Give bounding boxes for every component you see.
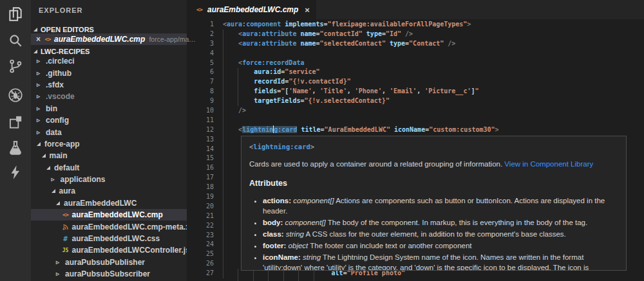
collapsed-twistie-icon[interactable]: ▹	[37, 105, 42, 112]
expanded-twistie-icon[interactable]	[46, 166, 50, 170]
attribute-doc-body: body: component[] The body of the compon…	[263, 217, 618, 228]
file-item-auraembeddedlwc-cmp-meta-xml[interactable]: auraEmbeddedLWC.cmp-meta.xml	[31, 221, 187, 232]
tree-item-label: auraEmbeddedLWC.css	[72, 234, 160, 243]
line-number: 19	[187, 192, 214, 202]
collapsed-twistie-icon[interactable]: ▹	[37, 117, 42, 123]
code-line-1[interactable]: 1<aura:component implements="flexipage:a…	[187, 20, 644, 30]
tree-item-label: applications	[61, 175, 106, 184]
tree-item-label: .circleci	[46, 57, 75, 66]
editor-group: <> auraEmbeddedLWC.cmp × 1<aura:componen…	[187, 0, 644, 281]
section-expanded-twistie-icon	[33, 28, 37, 32]
folder-item-data[interactable]: ▹data	[31, 126, 187, 138]
expanded-twistie-icon[interactable]	[42, 154, 46, 158]
folder-item-config[interactable]: ▹config	[31, 114, 187, 126]
line-text	[214, 49, 223, 59]
lightning-icon[interactable]	[7, 164, 24, 181]
folder-item--sfdx[interactable]: ▹.sfdx	[31, 79, 187, 91]
extensions-icon[interactable]	[7, 114, 24, 131]
folder-item-auraembeddedlwc[interactable]: auraEmbeddedLWC	[31, 197, 187, 209]
debug-icon[interactable]	[7, 87, 24, 104]
line-number: 16	[187, 163, 214, 173]
code-line-5[interactable]: 5 <force:recordData	[187, 59, 644, 68]
line-text	[214, 154, 223, 163]
tree-item-label: config	[46, 116, 69, 125]
line-text: fields="['Name', 'Title', 'Phone', 'Emai…	[214, 87, 478, 96]
file-item-auraembeddedlwc-cmp[interactable]: <>auraEmbeddedLWC.cmp	[31, 209, 187, 221]
line-text	[214, 249, 223, 259]
collapsed-twistie-icon[interactable]: ▹	[52, 176, 57, 183]
tab-close-icon[interactable]: ×	[305, 5, 310, 15]
code-line-10[interactable]: 10 />	[187, 106, 644, 116]
line-text	[214, 202, 223, 212]
open-editor-filename: auraEmbeddedLWC.cmp	[54, 35, 145, 44]
indent-guide	[253, 269, 254, 281]
tree-item-label: data	[46, 128, 62, 137]
tree-item-label: force-app	[44, 140, 80, 149]
tab-auraEmbeddedLWC-cmp[interactable]: <> auraEmbeddedLWC.cmp ×	[187, 0, 316, 19]
line-number: 22	[187, 221, 214, 231]
code-line-4[interactable]: 4	[187, 49, 644, 59]
code-line-7[interactable]: 7 recordId="{!v.contactId}"	[187, 77, 644, 87]
line-number: 27	[187, 269, 214, 278]
folder-item--github[interactable]: ▹.github	[31, 67, 187, 78]
code-line-2[interactable]: 2 <aura:attribute name="contactId" type=…	[187, 30, 644, 39]
collapsed-twistie-icon[interactable]: ▹	[37, 82, 42, 88]
line-text	[214, 183, 223, 192]
line-number: 10	[187, 106, 214, 116]
indent-guide	[283, 269, 284, 281]
line-number: 20	[187, 202, 214, 212]
expanded-twistie-icon[interactable]	[56, 201, 60, 205]
collapsed-twistie-icon[interactable]: ▹	[37, 58, 42, 64]
expanded-twistie-icon[interactable]	[37, 142, 41, 146]
code-line-8[interactable]: 8 fields="['Name', 'Title', 'Phone', 'Em…	[187, 87, 644, 96]
open-editor-filepath: force-app/ma…	[149, 35, 195, 43]
tree-item-label: auraEmbeddedLWCController.js	[72, 246, 187, 255]
line-text: <aura:attribute name="contactId" type="I…	[214, 30, 413, 39]
line-number: 26	[187, 259, 214, 269]
folder-item-main[interactable]: main	[31, 150, 187, 161]
line-number: 14	[187, 145, 214, 154]
folder-item-bin[interactable]: ▹bin	[31, 103, 187, 114]
collapsed-twistie-icon[interactable]: ▹	[37, 70, 42, 77]
open-editor-item[interactable]: × <> auraEmbeddedLWC.cmp force-app/ma…	[31, 33, 187, 45]
search-icon[interactable]	[7, 32, 24, 49]
code-line-12[interactable]: 12 <lightning:card title="AuraEmbeddedLW…	[187, 125, 644, 135]
test-icon[interactable]	[7, 140, 24, 156]
folder-item-aura[interactable]: aura	[31, 185, 187, 197]
code-line-6[interactable]: 6 aura:id="service"	[187, 68, 644, 77]
folder-item-aurapubsubsubscriber[interactable]: ▹auraPubsubSubscriber	[31, 268, 187, 280]
attribute-doc-iconName: iconName: string The Lightning Design Sy…	[263, 252, 618, 271]
folder-item-aurapubsubpublisher[interactable]: ▹auraPubsubPublisher	[31, 257, 187, 268]
folder-item--circleci[interactable]: ▹.circleci	[31, 55, 187, 67]
file-item-auraembeddedlwccontroller-js[interactable]: JSauraEmbeddedLWCController.js	[31, 244, 187, 256]
folder-item-default[interactable]: default	[31, 162, 187, 174]
line-text: <lightning:card title="AuraEmbeddedLWC" …	[214, 125, 499, 135]
collapsed-twistie-icon[interactable]: ▹	[37, 129, 42, 136]
files-icon[interactable]	[7, 6, 24, 23]
tree-item-label: auraEmbeddedLWC	[64, 199, 137, 208]
line-number: 13	[187, 135, 214, 145]
file-item-auraembeddedlwc-css[interactable]: #auraEmbeddedLWC.css	[31, 233, 187, 244]
tree-item-label: auraEmbeddedLWC.cmp	[72, 210, 163, 219]
close-editor-icon[interactable]: ×	[36, 36, 41, 42]
line-text: aura:id="service"	[214, 68, 320, 77]
css-file-icon: #	[61, 235, 70, 243]
collapsed-twistie-icon[interactable]: ▹	[37, 93, 42, 100]
line-text	[214, 116, 223, 125]
attribute-doc-class: class: string A CSS class for the outer …	[263, 229, 618, 239]
line-text: <aura:component implements="flexipage:av…	[214, 20, 471, 30]
folder-item-applications[interactable]: ▹applications	[31, 174, 187, 185]
folder-item--vscode[interactable]: ▹.vscode	[31, 91, 187, 102]
xml-file-icon	[61, 222, 70, 231]
collapsed-twistie-icon[interactable]: ▹	[56, 259, 61, 266]
collapsed-twistie-icon[interactable]: ▹	[56, 271, 61, 277]
source-control-icon[interactable]	[7, 58, 24, 75]
expanded-twistie-icon[interactable]	[52, 189, 55, 193]
code-line-3[interactable]: 3 <aura:attribute name="selectedContact"…	[187, 39, 644, 49]
folder-item-force-app[interactable]: force-app	[31, 138, 187, 150]
indent-guide	[223, 30, 223, 278]
component-library-link[interactable]: View in Component Library	[504, 160, 593, 168]
code-line-11[interactable]: 11	[187, 116, 644, 125]
file-tree: ▹.circleci▹.github▹.sfdx▹.vscode▹bin▹con…	[31, 55, 187, 280]
code-line-9[interactable]: 9 targetFields="{!v.selectedContact}"	[187, 96, 644, 106]
